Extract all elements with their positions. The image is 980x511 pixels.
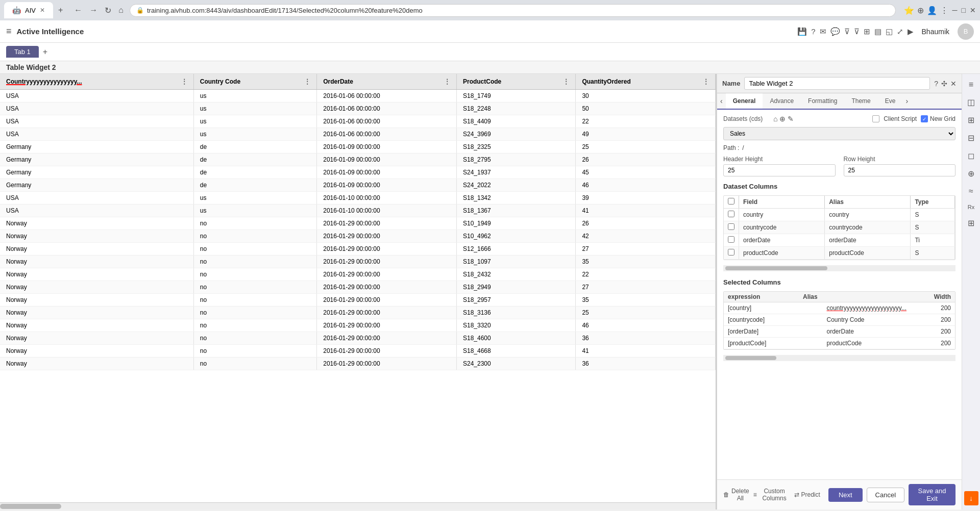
header-height-input[interactable]: [723, 164, 836, 176]
col-qty-menu-icon[interactable]: ⋮: [703, 78, 709, 85]
col-countrycode-menu-icon[interactable]: ⋮: [304, 78, 310, 85]
table-cell: 2016-01-09 00:00:00: [317, 141, 457, 154]
table-cell: 50: [576, 103, 716, 115]
dc-checkbox[interactable]: [728, 223, 734, 230]
minimize-btn[interactable]: ─: [952, 6, 958, 14]
ds-edit-icon[interactable]: ✎: [788, 115, 794, 123]
sel-col-row[interactable]: [country] countryyyyyyyyyyyyyyyyyyy... 2…: [724, 302, 955, 314]
new-grid-checkbox[interactable]: ✓: [921, 115, 928, 122]
filter1-icon[interactable]: ⊽: [844, 27, 850, 36]
browser-tab[interactable]: 🤖 AIV ✕: [4, 2, 53, 18]
tab-close-icon[interactable]: ✕: [40, 7, 45, 14]
dc-checkbox[interactable]: [728, 211, 734, 217]
table-cell: S18_1749: [456, 90, 575, 103]
grid-icon[interactable]: ⊞: [864, 27, 870, 36]
reload-button[interactable]: ↻: [103, 5, 113, 16]
panel-move-icon[interactable]: ✣: [941, 80, 947, 88]
menu-btn[interactable]: ⋮: [940, 6, 948, 15]
tab-general[interactable]: General: [726, 93, 763, 110]
extensions-btn[interactable]: ⊕: [917, 6, 924, 15]
sel-col-row[interactable]: [orderDate] orderDate 200: [724, 326, 955, 338]
ds-add-icon[interactable]: ⊕: [779, 115, 786, 123]
widget-title: Table Widget 2: [6, 63, 56, 71]
back-button[interactable]: ←: [72, 5, 84, 16]
save-exit-button[interactable]: Save and Exit: [909, 484, 955, 505]
add-tab-button[interactable]: +: [43, 47, 47, 57]
home-button[interactable]: ⌂: [116, 5, 126, 16]
rs-icon-2[interactable]: ◫: [965, 95, 977, 109]
rs-icon-5[interactable]: ◻: [966, 149, 976, 163]
row-height-field: Row Height: [844, 156, 956, 176]
ds-home-icon[interactable]: ⌂: [773, 115, 777, 123]
rs-icon-7[interactable]: ≈: [967, 185, 975, 198]
rs-icon-9[interactable]: ⊞: [966, 216, 976, 230]
panel-name-input[interactable]: [744, 77, 930, 90]
bookmark-btn[interactable]: ⭐: [904, 6, 914, 15]
predict-button[interactable]: ⇄ Predict: [794, 491, 820, 498]
profile-btn[interactable]: 👤: [927, 6, 937, 15]
next-button[interactable]: Next: [828, 488, 863, 502]
sel-col-row[interactable]: [productCode] productCode 200: [724, 338, 955, 349]
mail-icon[interactable]: ✉: [820, 27, 826, 36]
row-height-input[interactable]: [844, 164, 956, 176]
table-icon[interactable]: ▤: [874, 27, 881, 36]
hamburger-icon[interactable]: ≡: [6, 26, 12, 37]
rs-icon-6[interactable]: ⊕: [966, 167, 976, 181]
col-productcode-menu-icon[interactable]: ⋮: [563, 78, 569, 85]
tab1-item[interactable]: Tab 1: [6, 46, 39, 58]
tab-advance[interactable]: Advance: [763, 93, 801, 110]
rs-icon-3[interactable]: ⊞: [966, 113, 976, 127]
col-header-qty: QuantityOrdered ⋮: [576, 74, 716, 90]
table-cell: us: [193, 192, 316, 205]
client-script-checkbox[interactable]: [872, 115, 879, 122]
sc-horizontal-scroll[interactable]: [723, 355, 955, 361]
browser-actions: ⭐ ⊕ 👤 ⋮: [904, 6, 948, 15]
table-cell: 2016-01-29 00:00:00: [317, 281, 457, 294]
custom-columns-button[interactable]: ≡ Custom Columns: [753, 488, 790, 502]
dc-select-all-checkbox[interactable]: [728, 198, 734, 205]
data-table[interactable]: Countryyyyyyyyyyyyyyy... ⋮ Country Code …: [0, 74, 716, 502]
delete-all-button[interactable]: 🗑 Delete All: [723, 488, 749, 502]
play-icon[interactable]: ▶: [908, 27, 914, 36]
delete-all-label: Delete All: [731, 488, 749, 502]
table-cell: Germany: [0, 179, 193, 192]
forward-button[interactable]: →: [87, 5, 100, 16]
table-scrollbar[interactable]: [0, 502, 716, 509]
dc-checkbox[interactable]: [728, 249, 734, 256]
col-country-menu-icon[interactable]: ⋮: [181, 78, 187, 85]
tab-eve[interactable]: Eve: [878, 93, 903, 110]
table-cell: 2016-01-29 00:00:00: [317, 345, 457, 357]
col-orderdate-menu-icon[interactable]: ⋮: [444, 78, 450, 85]
table-cell: 2016-01-09 00:00:00: [317, 154, 457, 166]
table-cell: Norway: [0, 294, 193, 306]
tab-formatting[interactable]: Formatting: [801, 93, 844, 110]
sel-col-row[interactable]: [countrycode] Country Code 200: [724, 314, 955, 326]
table-cell: 30: [576, 90, 716, 103]
panel-close-icon[interactable]: ✕: [950, 80, 957, 88]
address-bar[interactable]: 🔒 training.aivhub.com:8443/aiv/dashboard…: [130, 4, 896, 17]
url-text: training.aivhub.com:8443/aiv/dashboardEd…: [147, 7, 423, 14]
filter2-icon[interactable]: ⊽: [854, 27, 860, 36]
dc-checkbox[interactable]: [728, 236, 734, 243]
save-icon[interactable]: 💾: [797, 27, 807, 36]
panel-help-icon[interactable]: ?: [934, 80, 938, 88]
cancel-button[interactable]: Cancel: [867, 488, 904, 502]
new-tab-button[interactable]: +: [55, 5, 66, 16]
help-icon[interactable]: ?: [811, 27, 815, 36]
rs-icon-1[interactable]: ≡: [967, 78, 975, 91]
layout-icon[interactable]: ◱: [886, 27, 893, 36]
maximize-btn[interactable]: □: [962, 6, 966, 14]
rs-icon-4[interactable]: ⊟: [966, 131, 976, 145]
dataset-select[interactable]: Sales: [723, 127, 955, 140]
rs-orange-down-icon[interactable]: ↓: [964, 491, 978, 505]
expand-icon[interactable]: ⤢: [897, 27, 903, 36]
tab-theme[interactable]: Theme: [844, 93, 877, 110]
tab-scroll-right[interactable]: ›: [902, 93, 911, 109]
close-btn[interactable]: ✕: [970, 6, 976, 14]
table-cell: de: [193, 179, 316, 192]
sc-width-header: Width: [878, 293, 951, 300]
rs-icon-8[interactable]: Rx: [966, 202, 976, 212]
chat-icon[interactable]: 💬: [830, 27, 840, 36]
dc-horizontal-scroll[interactable]: [723, 265, 955, 271]
tab-scroll-left[interactable]: ‹: [717, 93, 726, 109]
